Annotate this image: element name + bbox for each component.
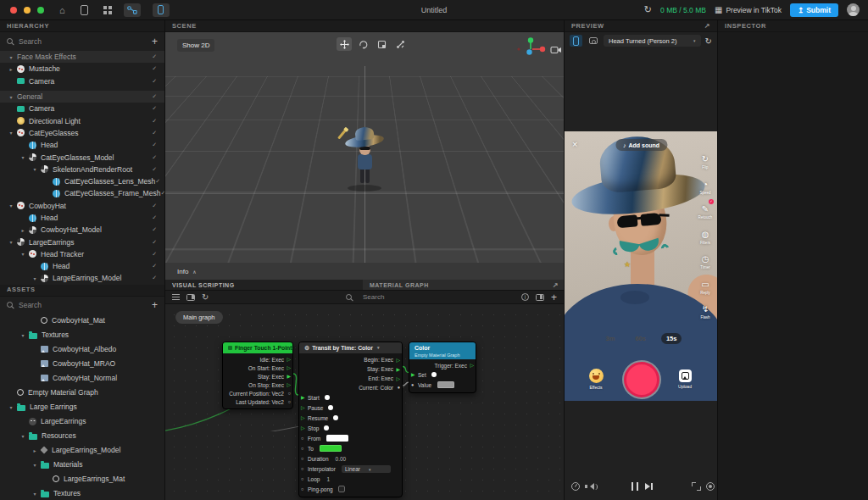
avatar[interactable] (847, 3, 860, 16)
camera-tool-button[interactable]: ◷ Timer (696, 250, 715, 269)
chevron-icon[interactable] (5, 66, 17, 72)
visibility-check-icon[interactable] (152, 251, 157, 258)
rotate-tool-button[interactable] (355, 37, 370, 51)
hierarchy-row[interactable]: Head (0, 212, 164, 224)
asset-row[interactable]: Materials (0, 458, 164, 472)
add-sound-button[interactable]: ♪ Add sound (615, 139, 667, 151)
hierarchy-row[interactable]: Mustache (0, 63, 164, 75)
visibility-check-icon[interactable] (152, 154, 157, 161)
visibility-check-icon[interactable] (152, 263, 157, 269)
camera-tool-button[interactable]: ↻ Flip (696, 150, 715, 169)
port-icon[interactable] (301, 425, 305, 431)
move-tool-button[interactable] (337, 37, 352, 51)
upload-button[interactable]: Upload (672, 369, 698, 389)
hierarchy-row[interactable]: LargeEarrings (0, 236, 164, 247)
asset-row[interactable]: LargeEarrings_Model (0, 443, 164, 458)
chevron-icon[interactable] (5, 203, 17, 208)
asset-row[interactable]: CowboyHat_Albedo (0, 342, 164, 357)
ping-pong-checkbox[interactable] (338, 486, 345, 492)
pulse-button[interactable] (324, 425, 329, 431)
port-icon[interactable] (301, 405, 305, 410)
visibility-check-icon[interactable] (152, 203, 157, 209)
refresh-icon[interactable]: ↻ (644, 4, 652, 15)
chevron-icon[interactable] (5, 130, 17, 136)
record-button[interactable] (624, 362, 659, 397)
node-output-port-row[interactable]: On Start: Exec (223, 364, 292, 372)
port-icon[interactable] (287, 382, 291, 387)
port-icon[interactable] (288, 399, 291, 405)
node-input-port-row[interactable]: Set (409, 369, 476, 380)
node-input-port-row[interactable]: Ping-pong (299, 484, 402, 494)
menu-icon[interactable] (172, 294, 180, 300)
interpolator-dropdown[interactable]: Linear (342, 465, 391, 473)
chevron-icon[interactable] (29, 275, 41, 281)
hierarchy-row[interactable]: CatEyeGlasses_Lens_Mesh (0, 175, 164, 187)
port-icon[interactable] (301, 486, 303, 492)
scene-viewport[interactable]: Show 2D (165, 32, 564, 280)
tab-material-graph[interactable]: MATERIAL GRAPH ↗ (363, 280, 564, 290)
asset-row[interactable]: CowboyHat_Mat (0, 314, 164, 328)
hierarchy-row[interactable]: CatEyeGlasses_Frame_Mesh (0, 187, 164, 199)
visibility-check-icon[interactable] (152, 78, 157, 85)
visibility-check-icon[interactable] (152, 275, 157, 281)
skeleton-tool-button[interactable] (392, 37, 408, 51)
hierarchy-row[interactable]: Directional Light (0, 114, 164, 126)
visibility-check-icon[interactable] (152, 53, 157, 60)
external-link-icon[interactable]: ↗ (553, 280, 559, 290)
visibility-check-icon[interactable] (160, 190, 164, 197)
tab-visual-scripting[interactable]: VISUAL SCRIPTING (165, 280, 363, 290)
chevron-icon[interactable] (17, 332, 29, 338)
hierarchy-row[interactable]: CatEyeGlasses_Model (0, 151, 164, 163)
port-icon[interactable] (396, 367, 400, 372)
node-output-port-row[interactable]: Last Updated: Vec2 (223, 397, 292, 406)
visibility-check-icon[interactable] (152, 226, 157, 233)
node-output-port-row[interactable]: Idle: Exec (223, 355, 292, 364)
node-input-port-row[interactable]: Stop (299, 423, 402, 433)
chevron-icon[interactable] (29, 447, 41, 453)
visibility-check-icon[interactable] (152, 105, 157, 112)
node-output-port-row[interactable]: Stay: Exec (299, 364, 402, 374)
preview-refresh-button[interactable]: ↻ (705, 36, 712, 46)
info-icon[interactable]: i (521, 293, 529, 301)
hierarchy-row[interactable]: General (0, 91, 164, 103)
node-output-port-row[interactable]: Trigger: Exec (409, 361, 476, 369)
asset-row[interactable]: LargeEarrings (0, 414, 164, 429)
node-input-port-row[interactable]: Pause (299, 403, 402, 413)
preview-camera-mode-button[interactable] (587, 35, 599, 47)
visibility-check-icon[interactable] (152, 214, 157, 221)
visibility-check-icon[interactable] (152, 93, 157, 100)
scene-character[interactable] (339, 127, 390, 199)
node-header[interactable]: Color Empty Material Graph (409, 342, 476, 359)
port-icon[interactable] (396, 376, 400, 381)
hierarchy-row[interactable]: CowboyHat (0, 200, 164, 212)
assets-search[interactable]: Search + (0, 297, 164, 314)
caret-down-icon[interactable]: ▾ (377, 342, 380, 353)
pulse-button[interactable] (431, 372, 437, 377)
hierarchy-row[interactable]: CowboyHat_Model (0, 224, 164, 236)
hierarchy-row[interactable]: Face Mask Effects (0, 51, 164, 63)
node-output-port-row[interactable]: On Stop: Exec (223, 381, 292, 389)
info-bar[interactable]: Info ∧ (165, 263, 564, 280)
node-input-port-row[interactable]: Interpolator Linear (299, 464, 402, 474)
asset-row[interactable]: Empty Material Graph (0, 386, 164, 400)
port-icon[interactable] (287, 374, 291, 379)
playback-speed-icon[interactable] (571, 482, 580, 491)
external-link-icon[interactable]: ↗ (704, 20, 710, 32)
preview-in-tiktok-button[interactable]: ▦ Preview in TikTok (715, 5, 782, 14)
asset-row[interactable]: Large Earrings (0, 400, 164, 414)
orientation-gizmo[interactable] (516, 36, 548, 59)
chevron-icon[interactable] (17, 227, 29, 233)
add-node-button[interactable]: + (551, 292, 557, 303)
hierarchy-row[interactable]: Camera (0, 103, 164, 114)
port-icon[interactable] (301, 415, 305, 420)
node-output-port-row[interactable]: Current Position: Vec2 (223, 389, 292, 397)
graph-breadcrumb[interactable]: Main graph (175, 311, 223, 324)
color-swatch[interactable] (326, 435, 348, 442)
node-graph-canvas[interactable]: Main graph Finger Touch 1-Point Idle: Ex… (165, 304, 564, 500)
port-icon[interactable] (301, 436, 303, 442)
asset-row[interactable]: Textures (0, 486, 164, 500)
port-icon[interactable] (301, 466, 303, 472)
hierarchy-row[interactable]: Head Tracker (0, 248, 164, 260)
color-swatch[interactable] (437, 381, 454, 388)
camera-tool-button[interactable]: ◍ Filters (696, 225, 715, 245)
